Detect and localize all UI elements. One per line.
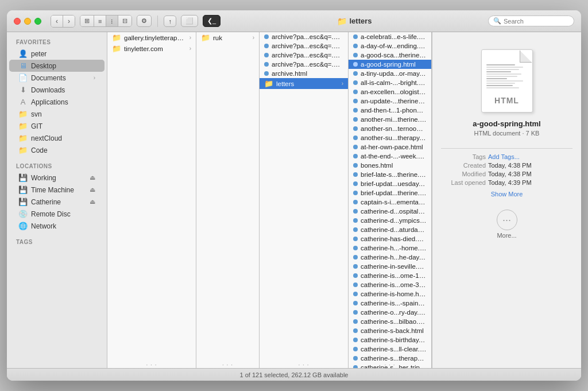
list-item[interactable]: another-su...therapy.html bbox=[349, 133, 431, 142]
col1-resize-handle[interactable]: · · · bbox=[107, 361, 196, 368]
file-dot bbox=[353, 246, 358, 250]
list-item[interactable]: catherine-h...he-day.html bbox=[349, 253, 431, 262]
column-4: a-celebrati...e-s-life.html a-day-of-w..… bbox=[349, 32, 432, 368]
list-item[interactable]: captain-s-i...emental.html bbox=[349, 198, 431, 207]
minimize-button[interactable] bbox=[24, 18, 31, 25]
list-item[interactable]: all-is-calm-...-bright.html bbox=[349, 78, 431, 87]
list-item[interactable]: at-her-own-pace.html bbox=[349, 142, 431, 152]
terminal-button[interactable]: ❮_ bbox=[203, 15, 220, 27]
list-item-selected[interactable]: a-good-spring.html bbox=[349, 60, 431, 69]
list-item[interactable]: bones.html bbox=[349, 161, 431, 170]
sidebar-item-code[interactable]: 📁 Code bbox=[9, 144, 105, 156]
item-label: catherine-s-back.html bbox=[361, 327, 424, 334]
item-label: ruk bbox=[213, 34, 222, 41]
list-item[interactable]: archive.html bbox=[260, 69, 348, 78]
action-button[interactable]: ⚙ bbox=[137, 15, 152, 27]
sidebar-item-git[interactable]: 📁 GIT bbox=[9, 120, 105, 132]
list-item[interactable]: catherine-s-back.html bbox=[349, 326, 431, 335]
disk-icon: 💾 bbox=[18, 173, 28, 182]
file-dot bbox=[353, 338, 358, 342]
eject-icon3[interactable]: ⏏ bbox=[90, 198, 95, 206]
list-item[interactable]: catherine-s...bilbao.html bbox=[349, 317, 431, 326]
created-value: Today, 4:38 PM bbox=[488, 162, 572, 169]
maximize-button[interactable] bbox=[34, 18, 41, 25]
list-item[interactable]: archive?pa...esc&q=.html bbox=[260, 41, 348, 51]
list-item[interactable]: catherine-is...ome-3.html bbox=[349, 280, 431, 289]
col2-resize-handle[interactable]: · · · bbox=[196, 361, 259, 368]
list-item[interactable]: catherine-d...ospital.html bbox=[349, 207, 431, 216]
sidebar-item-catherine[interactable]: 💾 Catherine ⏏ bbox=[9, 196, 105, 208]
list-item[interactable]: brief-late-s...therine.html bbox=[349, 170, 431, 179]
col3-resize-handle[interactable]: · · · bbox=[260, 361, 348, 368]
list-item[interactable]: catherine-is...-spain.html bbox=[349, 299, 431, 308]
search-input[interactable] bbox=[504, 18, 561, 25]
disc-icon: 💿 bbox=[18, 210, 28, 218]
list-item[interactable]: an-update-...therine.html bbox=[349, 96, 431, 106]
sidebar-item-desktop[interactable]: 🖥 Desktop bbox=[9, 60, 105, 72]
sidebar-item-remote-disc[interactable]: 💿 Remote Disc bbox=[9, 208, 105, 220]
eject-icon[interactable]: ⏏ bbox=[90, 174, 95, 181]
tags-label: Tags bbox=[441, 153, 486, 160]
sidebar-item-nextcloud[interactable]: 📁 nextCloud bbox=[9, 132, 105, 144]
view-icon-button[interactable]: ⊞ bbox=[80, 16, 94, 26]
list-item[interactable]: catherine-has-died.html bbox=[349, 234, 431, 243]
list-item[interactable]: a-celebrati...e-s-life.html bbox=[349, 32, 431, 41]
back-button[interactable]: ‹ bbox=[51, 16, 63, 27]
list-item[interactable]: catherine-in-seville.html bbox=[349, 262, 431, 271]
item-label: archive?pa...esc&q=.html bbox=[272, 33, 343, 40]
file-dot bbox=[353, 53, 358, 57]
list-item[interactable]: 📁 tinyletter.com › bbox=[107, 43, 196, 54]
view-list-button[interactable]: ≡ bbox=[94, 16, 106, 26]
sidebar-item-working[interactable]: 💾 Working ⏏ bbox=[9, 172, 105, 184]
list-item[interactable]: 📁 gallery.tinyletterapp.com › bbox=[107, 32, 196, 43]
view-column-button[interactable]: ⫶ bbox=[106, 16, 118, 26]
list-item[interactable]: at-the-end-...-week.html bbox=[349, 152, 431, 161]
sidebar-item-svn[interactable]: 📁 svn bbox=[9, 108, 105, 120]
sidebar-item-documents[interactable]: 📄 Documents › bbox=[9, 72, 105, 84]
eject-icon2[interactable]: ⏏ bbox=[90, 186, 95, 193]
list-item[interactable]: another-sn...ternoon.html bbox=[349, 124, 431, 133]
item-label: captain-s-i...emental.html bbox=[361, 199, 427, 206]
list-item[interactable]: catherine-s-birthday.html bbox=[349, 335, 431, 344]
show-more-link[interactable]: Show More bbox=[491, 191, 523, 198]
list-item[interactable]: catherine-is...ome-1.html bbox=[349, 271, 431, 280]
list-item[interactable]: catherine-o...ry-day.html bbox=[349, 308, 431, 317]
sidebar-label-documents: Documents bbox=[31, 74, 66, 82]
sidebar-item-network[interactable]: 🌐 Network bbox=[9, 220, 105, 232]
list-item-letters[interactable]: 📁 letters › bbox=[260, 78, 348, 89]
content-area: 📁 gallery.tinyletterapp.com › 📁 tinylett… bbox=[107, 32, 581, 368]
list-item[interactable]: catherine-s...ll-clear.html bbox=[349, 344, 431, 354]
list-item[interactable]: another-mi...therine.html bbox=[349, 115, 431, 124]
resize-dots: · · · bbox=[146, 362, 157, 368]
list-item[interactable]: brief-updat...therine.html bbox=[349, 188, 431, 198]
item-label: catherine-is...ome-1.html bbox=[361, 272, 427, 279]
list-item[interactable]: archive?pa...esc&q=.html bbox=[260, 60, 348, 69]
share-button[interactable]: ↑ bbox=[164, 16, 176, 27]
list-item[interactable]: catherine-d...ympics.html bbox=[349, 216, 431, 225]
forward-button[interactable]: › bbox=[63, 16, 75, 27]
search-box[interactable]: 🔍 bbox=[488, 16, 574, 26]
list-item[interactable]: catherine-is-home.html bbox=[349, 289, 431, 299]
list-item[interactable]: a-day-of-w...ending.html bbox=[349, 41, 431, 51]
list-item[interactable]: catherine-h...-home.html bbox=[349, 243, 431, 253]
list-item[interactable]: 📁 ruk › bbox=[196, 32, 259, 43]
more-button[interactable]: ··· More... bbox=[497, 210, 517, 239]
list-item[interactable]: an-excellen...ologist.html bbox=[349, 87, 431, 96]
list-item[interactable]: and-then-t...1-phone.html bbox=[349, 106, 431, 115]
sidebar-item-downloads[interactable]: ⬇ Downloads bbox=[9, 84, 105, 96]
list-item[interactable]: brief-updat...uesday.html bbox=[349, 179, 431, 188]
tags-row: Tags Add Tags... bbox=[441, 153, 572, 160]
view-cover-button[interactable]: ⊟ bbox=[118, 16, 131, 26]
close-button[interactable] bbox=[14, 18, 21, 25]
add-tags-value[interactable]: Add Tags... bbox=[488, 153, 572, 160]
list-item[interactable]: a-tiny-upda...or-may.html bbox=[349, 69, 431, 78]
sidebar-item-applications[interactable]: A Applications bbox=[9, 96, 105, 108]
action2-button[interactable]: ⬜ bbox=[181, 15, 198, 27]
list-item[interactable]: archive?pa...esc&q=.html bbox=[260, 51, 348, 60]
list-item[interactable]: archive?pa...esc&q=.html bbox=[260, 32, 348, 41]
sidebar-item-time-machine[interactable]: 💾 Time Machine ⏏ bbox=[9, 184, 105, 196]
col4-resize-handle[interactable]: · · · bbox=[349, 361, 431, 368]
sidebar-item-peter[interactable]: 👤 peter bbox=[9, 48, 105, 60]
list-item[interactable]: a-good-sca...therine.html bbox=[349, 51, 431, 60]
list-item[interactable]: catherine-d...aturday.html bbox=[349, 225, 431, 234]
